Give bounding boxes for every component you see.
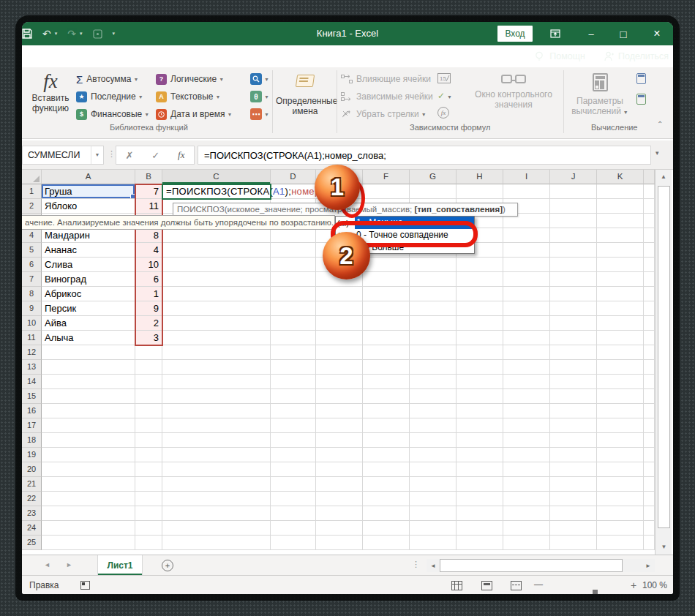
vertical-scrollbar-thumb[interactable]: [658, 186, 670, 528]
cell-B14[interactable]: [135, 375, 162, 389]
cell-J15[interactable]: [550, 389, 597, 404]
cell-K22[interactable]: [597, 492, 644, 506]
row-header-14[interactable]: 14: [22, 375, 42, 389]
cell-H14[interactable]: [457, 375, 503, 389]
cell-B1[interactable]: 7: [135, 184, 162, 199]
tellme-help-label[interactable]: Помощн: [549, 51, 585, 61]
cell-K18[interactable]: [597, 433, 644, 448]
cell-F10[interactable]: [363, 316, 410, 331]
cell-G19[interactable]: [410, 448, 457, 462]
cell-D13[interactable]: [271, 360, 316, 375]
cell-D25[interactable]: [271, 536, 316, 550]
cell-F11[interactable]: [363, 331, 410, 345]
column-header-G[interactable]: G: [410, 170, 457, 184]
cell-F9[interactable]: [363, 301, 410, 316]
cell-I24[interactable]: [503, 521, 550, 536]
cell-B23[interactable]: [135, 506, 162, 521]
cell-E18[interactable]: [316, 433, 363, 448]
cell-E9[interactable]: [316, 301, 363, 316]
sheet-nav-prev-icon[interactable]: ◄: [44, 561, 50, 568]
expand-formula-bar-icon[interactable]: ▾: [655, 149, 659, 157]
row-header-1[interactable]: 1: [22, 184, 42, 199]
select-all-corner[interactable]: [22, 170, 42, 184]
row-header-19[interactable]: 19: [22, 448, 42, 462]
cell-K12[interactable]: [597, 345, 644, 360]
cell-I14[interactable]: [503, 375, 550, 389]
row-header-5[interactable]: 5: [22, 243, 42, 258]
cell-F21[interactable]: [363, 477, 410, 492]
cell-H8[interactable]: [457, 287, 503, 301]
cell-D5[interactable]: [271, 243, 316, 258]
cell-F19[interactable]: [363, 448, 410, 462]
cell-K5[interactable]: [597, 243, 644, 258]
cell-C9[interactable]: [162, 301, 271, 316]
cell-C21[interactable]: [162, 477, 271, 492]
collapse-ribbon-icon[interactable]: ⌃: [657, 120, 663, 128]
cell-C14[interactable]: [162, 375, 271, 389]
cell-K19[interactable]: [597, 448, 644, 462]
cell-A14[interactable]: [42, 375, 135, 389]
cell-G20[interactable]: [410, 462, 457, 477]
name-box[interactable]: СУММЕСЛИ ▼: [22, 146, 104, 165]
cell-D10[interactable]: [271, 316, 316, 331]
cell-E10[interactable]: [316, 316, 363, 331]
row-header-11[interactable]: 11: [22, 331, 42, 345]
formula-input[interactable]: =ПОИСКПОЗ(СТРОКА(A1);номер_слова;: [198, 146, 651, 165]
row-header-20[interactable]: 20: [22, 462, 42, 477]
cell-A4[interactable]: Мандарин: [42, 228, 135, 243]
cell-J3[interactable]: [550, 214, 597, 228]
cell-D18[interactable]: [271, 433, 316, 448]
enter-icon[interactable]: ✓: [151, 150, 159, 161]
column-header-J[interactable]: J: [550, 170, 597, 184]
cell-B5[interactable]: 4: [135, 243, 162, 258]
cell-D23[interactable]: [271, 506, 316, 521]
cell-E15[interactable]: [316, 389, 363, 404]
cell-J19[interactable]: [550, 448, 597, 462]
name-box-dropdown-icon[interactable]: ▼: [91, 146, 103, 164]
cell-H13[interactable]: [457, 360, 503, 375]
cell-H6[interactable]: [457, 258, 503, 272]
column-header-K[interactable]: K: [597, 170, 644, 184]
text-functions-button[interactable]: A Текстовые▼: [156, 89, 220, 104]
cell-B8[interactable]: 1: [135, 287, 162, 301]
row-header-17[interactable]: 17: [22, 418, 42, 433]
cell-J17[interactable]: [550, 418, 597, 433]
cell-G8[interactable]: [410, 287, 457, 301]
cell-B10[interactable]: 2: [135, 316, 162, 331]
share-label[interactable]: Поделиться: [618, 51, 669, 61]
cell-C20[interactable]: [162, 462, 271, 477]
cell-E25[interactable]: [316, 536, 363, 550]
cell-A16[interactable]: [42, 404, 135, 418]
cell-K4[interactable]: [597, 228, 644, 243]
cell-I22[interactable]: [503, 492, 550, 506]
cell-K7[interactable]: [597, 272, 644, 287]
cell-A18[interactable]: [42, 433, 135, 448]
cell-G17[interactable]: [410, 418, 457, 433]
cell-H18[interactable]: [457, 433, 503, 448]
column-header-H[interactable]: H: [457, 170, 503, 184]
cell-B15[interactable]: [135, 389, 162, 404]
cell-G23[interactable]: [410, 506, 457, 521]
cell-K2[interactable]: [597, 199, 644, 214]
cell-G1[interactable]: [410, 184, 457, 199]
show-formulas-icon[interactable]: 15: [437, 73, 451, 83]
cell-D22[interactable]: [271, 492, 316, 506]
cell-H21[interactable]: [457, 477, 503, 492]
cell-B13[interactable]: [135, 360, 162, 375]
cell-I19[interactable]: [503, 448, 550, 462]
cell-H7[interactable]: [457, 272, 503, 287]
cell-E16[interactable]: [316, 404, 363, 418]
cell-G7[interactable]: [410, 272, 457, 287]
cell-A2[interactable]: Яблоко: [42, 199, 135, 214]
cell-J25[interactable]: [550, 536, 597, 550]
math-trig-button[interactable]: θ▼: [250, 89, 269, 104]
lookup-reference-button[interactable]: ▼: [250, 72, 269, 86]
cell-D19[interactable]: [271, 448, 316, 462]
cell-J8[interactable]: [550, 287, 597, 301]
minimize-icon[interactable]: –: [580, 22, 602, 45]
cell-I6[interactable]: [503, 258, 550, 272]
cell-K21[interactable]: [597, 477, 644, 492]
cancel-icon[interactable]: ✗: [125, 150, 133, 161]
cell-J10[interactable]: [550, 316, 597, 331]
cell-F18[interactable]: [363, 433, 410, 448]
